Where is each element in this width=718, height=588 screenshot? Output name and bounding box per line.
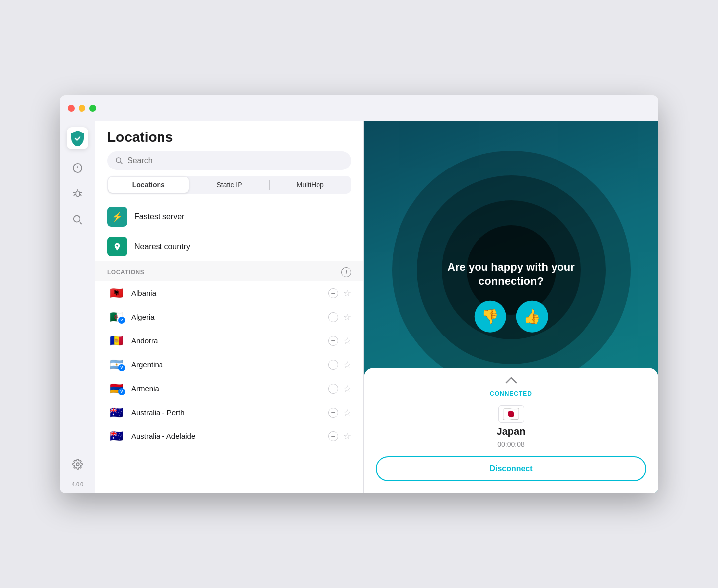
locations-header: Locations Locations Static IP MultiHop bbox=[95, 121, 363, 198]
tab-locations[interactable]: Locations bbox=[108, 177, 189, 193]
argentina-radio[interactable] bbox=[328, 360, 338, 370]
minimize-button[interactable] bbox=[79, 105, 85, 112]
connection-panel: CONNECTED 🇯🇵 Japan 00:00:08 Disconnect bbox=[364, 368, 658, 493]
locations-title: Locations bbox=[107, 129, 351, 145]
main-content: 4.0.0 Locations Locations Static IP bbox=[60, 121, 658, 493]
australia-perth-star[interactable]: ☆ bbox=[343, 408, 351, 417]
andorra-star[interactable]: ☆ bbox=[343, 336, 351, 345]
country-name-albania: Albania bbox=[131, 289, 322, 297]
country-item-australia-adelaide[interactable]: 🇦🇺 Australia - Adelaide ☆ bbox=[95, 424, 363, 448]
argentina-actions: ☆ bbox=[328, 360, 351, 370]
nearest-country-item[interactable]: Nearest country bbox=[95, 232, 363, 261]
argentina-star[interactable]: ☆ bbox=[343, 360, 351, 369]
nearest-country-label: Nearest country bbox=[134, 242, 190, 251]
fastest-server-item[interactable]: ⚡ Fastest server bbox=[95, 202, 363, 232]
section-label: LOCATIONS bbox=[107, 269, 144, 276]
flag-algeria: 🇩🇿 V bbox=[107, 311, 125, 324]
country-item-albania[interactable]: 🇦🇱 Albania ☆ bbox=[95, 281, 363, 305]
nearest-country-icon bbox=[107, 237, 127, 256]
flag-argentina: 🇦🇷 V bbox=[107, 358, 125, 371]
flag-albania: 🇦🇱 bbox=[107, 287, 125, 300]
svg-rect-3 bbox=[76, 191, 79, 196]
country-item-andorra[interactable]: 🇦🇩 Andorra ☆ bbox=[95, 329, 363, 353]
sidebar: 4.0.0 bbox=[60, 121, 95, 493]
traffic-lights bbox=[68, 105, 96, 112]
andorra-radio[interactable] bbox=[328, 336, 338, 346]
feedback-buttons: 👎 👍 bbox=[437, 300, 585, 332]
australia-perth-radio[interactable] bbox=[328, 408, 338, 418]
algeria-actions: ☆ bbox=[328, 312, 351, 322]
australia-perth-actions: ☆ bbox=[328, 408, 351, 418]
algeria-radio[interactable] bbox=[328, 312, 338, 322]
app-logo[interactable] bbox=[67, 127, 88, 149]
sidebar-item-search[interactable] bbox=[67, 209, 88, 231]
panel-chevron-icon[interactable] bbox=[376, 376, 646, 386]
tab-bar: Locations Static IP MultiHop bbox=[107, 176, 351, 194]
right-panel: Are you happy with your connection? 👎 👍 … bbox=[364, 121, 658, 493]
search-box[interactable] bbox=[107, 151, 351, 170]
country-name-algeria: Algeria bbox=[131, 313, 322, 321]
sidebar-item-settings[interactable] bbox=[67, 453, 88, 475]
locations-panel: Locations Locations Static IP MultiHop bbox=[95, 121, 364, 493]
info-icon[interactable]: i bbox=[341, 267, 351, 277]
search-icon bbox=[115, 157, 123, 165]
country-item-australia-perth[interactable]: 🇦🇺 Australia - Perth ☆ bbox=[95, 401, 363, 424]
flag-andorra: 🇦🇩 bbox=[107, 335, 125, 347]
locations-list: ⚡ Fastest server Nearest country LOCATIO… bbox=[95, 198, 363, 493]
connection-info: 🇯🇵 Japan 00:00:08 bbox=[376, 405, 646, 448]
thumbs-down-button[interactable]: 👎 bbox=[475, 300, 506, 332]
connection-country: Japan bbox=[497, 426, 526, 437]
locations-section-header: LOCATIONS i bbox=[95, 261, 363, 281]
close-button[interactable] bbox=[68, 105, 75, 112]
country-name-armenia: Armenia bbox=[131, 384, 322, 393]
version-label: 4.0.0 bbox=[72, 481, 83, 487]
country-item-algeria[interactable]: 🇩🇿 V Algeria ☆ bbox=[95, 305, 363, 329]
titlebar bbox=[60, 95, 658, 121]
tab-multihop[interactable]: MultiHop bbox=[270, 177, 350, 193]
sidebar-item-alert[interactable] bbox=[67, 157, 88, 179]
feedback-card: Are you happy with your connection? 👎 👍 bbox=[437, 260, 585, 332]
albania-actions: ☆ bbox=[328, 288, 351, 298]
svg-point-4 bbox=[74, 215, 80, 222]
svg-point-6 bbox=[116, 158, 121, 162]
app-window: 4.0.0 Locations Locations Static IP bbox=[60, 95, 658, 493]
flag-australia-adelaide: 🇦🇺 bbox=[107, 430, 125, 443]
country-item-armenia[interactable]: 🇦🇲 V Armenia ☆ bbox=[95, 377, 363, 401]
feedback-question: Are you happy with your connection? bbox=[437, 260, 585, 288]
sidebar-item-bug[interactable] bbox=[67, 183, 88, 205]
tab-static-ip[interactable]: Static IP bbox=[189, 177, 270, 193]
country-name-australia-perth: Australia - Perth bbox=[131, 408, 322, 417]
country-item-argentina[interactable]: 🇦🇷 V Argentina ☆ bbox=[95, 353, 363, 377]
country-name-andorra: Andorra bbox=[131, 336, 322, 345]
albania-radio[interactable] bbox=[328, 288, 338, 298]
albania-star[interactable]: ☆ bbox=[343, 289, 351, 298]
armenia-radio[interactable] bbox=[328, 384, 338, 394]
connection-timer: 00:00:08 bbox=[497, 440, 525, 448]
australia-adelaide-radio[interactable] bbox=[328, 431, 338, 441]
flag-armenia: 🇦🇲 V bbox=[107, 382, 125, 395]
svg-point-5 bbox=[76, 463, 79, 466]
andorra-actions: ☆ bbox=[328, 336, 351, 346]
australia-adelaide-actions: ☆ bbox=[328, 431, 351, 441]
country-name-argentina: Argentina bbox=[131, 360, 322, 369]
fastest-server-label: Fastest server bbox=[134, 212, 184, 221]
armenia-star[interactable]: ☆ bbox=[343, 384, 351, 393]
search-input[interactable] bbox=[127, 156, 343, 165]
v-badge-argentina: V bbox=[118, 364, 125, 371]
v-badge-armenia: V bbox=[118, 388, 125, 395]
v-badge-algeria: V bbox=[118, 317, 125, 324]
disconnect-button[interactable]: Disconnect bbox=[376, 456, 646, 481]
thumbs-up-button[interactable]: 👍 bbox=[516, 300, 548, 332]
armenia-actions: ☆ bbox=[328, 384, 351, 394]
country-name-australia-adelaide: Australia - Adelaide bbox=[131, 432, 322, 440]
flag-australia-perth: 🇦🇺 bbox=[107, 406, 125, 419]
connected-status-label: CONNECTED bbox=[376, 390, 646, 397]
australia-adelaide-star[interactable]: ☆ bbox=[343, 432, 351, 441]
fastest-server-icon: ⚡ bbox=[107, 207, 127, 227]
connection-flag: 🇯🇵 bbox=[498, 405, 524, 423]
algeria-star[interactable]: ☆ bbox=[343, 313, 351, 322]
maximize-button[interactable] bbox=[89, 105, 96, 112]
